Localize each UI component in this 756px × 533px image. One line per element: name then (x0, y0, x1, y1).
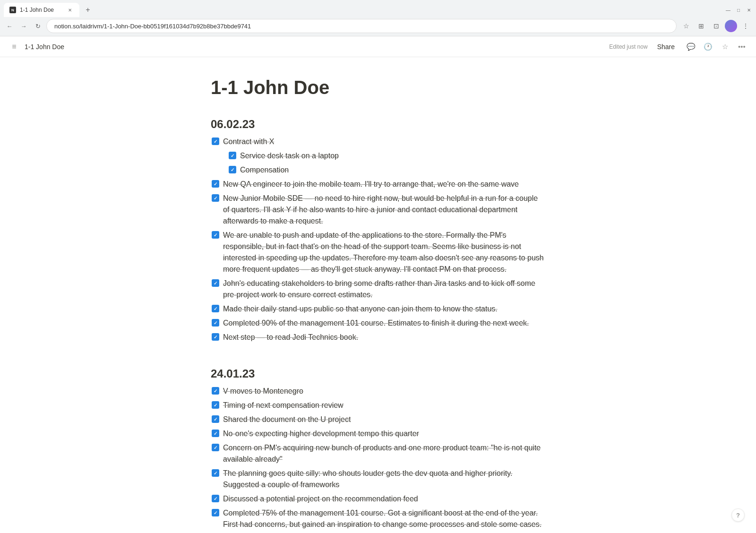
checkbox[interactable] (212, 469, 219, 477)
menu-icon: ≡ (12, 43, 16, 51)
list-item: V moves to Montenegro (211, 384, 545, 398)
add-item-button[interactable]: + (184, 137, 193, 145)
topbar-right: Edited just now Share 💬 🕐 ☆ ••• (609, 40, 748, 53)
checkbox[interactable] (212, 401, 219, 409)
browser-tab[interactable]: N 1-1 John Doe ✕ (4, 3, 79, 17)
address-bar-row: ← → ↻ notion.so/laidrivm/1-1-John-Doe-bb… (0, 17, 756, 36)
item-text: Shared the document on the U project (223, 414, 544, 425)
tab-close-button[interactable]: ✕ (66, 6, 74, 14)
notion-topbar: ≡ 1-1 John Doe Edited just now Share 💬 🕐… (0, 36, 756, 57)
tab-title: 1-1 John Doe (20, 7, 62, 13)
list-item: We are unable to push and update of the … (211, 228, 545, 276)
topbar-page-title: 1-1 John Doe (25, 43, 64, 51)
list-item: Discussed a potential project on the rec… (211, 492, 545, 506)
browser-actions: ☆ ⊞ ⊡ ⋮ (679, 19, 752, 33)
checkbox[interactable] (212, 180, 219, 188)
bookmark-star-button[interactable]: ☆ (679, 19, 693, 33)
list-item: Shared the document on the U project (211, 413, 545, 427)
checkbox[interactable] (212, 333, 219, 341)
tab-favicon: N (9, 7, 16, 13)
history-button[interactable]: 🕐 (701, 40, 714, 53)
item-text: V moves to Montenegro (223, 386, 544, 397)
list-item: Completed 90% of the management 101 cour… (211, 316, 545, 330)
list-item: New Junior Mobile SDE — no need to hire … (211, 191, 545, 228)
checkbox[interactable] (212, 444, 219, 451)
checkbox[interactable] (212, 509, 219, 516)
sections-container: 06.02.23+⠿Contract with XService desk ta… (211, 118, 545, 533)
item-text: No-one's expecting higher development te… (223, 428, 544, 439)
checkbox[interactable] (212, 194, 219, 202)
profile-avatar[interactable] (725, 20, 737, 32)
item-text: The planning goes quite silly: who shout… (223, 468, 544, 490)
checkbox[interactable] (212, 495, 219, 502)
item-text: Concern on PM's acquiring new bunch of p… (223, 442, 544, 465)
list-item: The planning goes quite silly: who shout… (211, 466, 545, 492)
item-text: Compensation (240, 164, 544, 176)
checkbox[interactable] (229, 152, 236, 159)
forward-button[interactable]: → (18, 20, 29, 32)
section-1: 24.01.23V moves to MontenegroTiming of n… (211, 367, 545, 533)
drag-handle[interactable]: ⠿ (194, 137, 202, 145)
checkbox[interactable] (212, 305, 219, 312)
help-button[interactable]: ? (731, 508, 745, 522)
refresh-button[interactable]: ↻ (32, 20, 43, 32)
page-content: 1-1 John Doe 06.02.23+⠿Contract with XSe… (165, 57, 591, 533)
checkbox[interactable] (212, 279, 219, 287)
window-controls: — □ ✕ (725, 7, 752, 13)
item-text: Contract with X (223, 136, 544, 147)
item-text: We are unable to push and update of the … (223, 230, 544, 275)
list-item: John's educating stakeholders to bring s… (211, 276, 545, 302)
list-item: +⠿Contract with X (211, 135, 545, 149)
list-item: No-one's expecting higher development te… (211, 427, 545, 441)
item-text: New QA engineer to join the mobile team.… (223, 179, 544, 190)
window-minimize-button[interactable]: — (725, 7, 731, 13)
favorite-button[interactable]: ☆ (718, 40, 731, 53)
item-text: John's educating stakeholders to bring s… (223, 278, 544, 301)
list-item: Timing of next compensation review (211, 398, 545, 413)
checkbox[interactable] (212, 387, 219, 395)
list-item: Service desk task on a laptop (228, 149, 545, 163)
item-text: Service desk task on a laptop (240, 150, 544, 162)
address-bar[interactable]: notion.so/laidrivm/1-1-John-Doe-bb0519f1… (46, 19, 677, 33)
title-bar: N 1-1 John Doe ✕ + — □ ✕ (0, 0, 756, 17)
item-text: Discussed a potential project on the rec… (223, 493, 544, 505)
page-title: 1-1 John Doe (211, 76, 545, 99)
more-icon: ••• (738, 43, 746, 51)
topbar-left: ≡ 1-1 John Doe (8, 40, 64, 53)
comment-button[interactable]: 💬 (684, 40, 697, 53)
checkbox[interactable] (212, 415, 219, 423)
list-item: Next step — to read Jedi Technics book. (211, 330, 545, 344)
checkbox[interactable] (212, 231, 219, 239)
back-button[interactable]: ← (4, 20, 15, 32)
checkbox[interactable] (212, 319, 219, 327)
checkbox[interactable] (229, 166, 236, 173)
list-item: Concern on PM's acquiring new bunch of p… (211, 441, 545, 466)
item-text: New Junior Mobile SDE — no need to hire … (223, 193, 544, 227)
item-text: Completed 90% of the management 101 cour… (223, 318, 544, 329)
checkbox[interactable] (212, 430, 219, 437)
browser-chrome: N 1-1 John Doe ✕ + — □ ✕ ← → ↻ notion.so… (0, 0, 756, 36)
checkbox[interactable] (212, 138, 219, 145)
new-tab-button[interactable]: + (81, 3, 94, 17)
sidebar-toggle-button[interactable]: ≡ (8, 40, 21, 53)
extension-button[interactable]: ⊞ (695, 19, 708, 33)
star-icon: ☆ (722, 43, 728, 51)
sidebar-button[interactable]: ⊡ (710, 19, 723, 33)
list-item: Made their daily stand-ups public so tha… (211, 302, 545, 316)
more-options-button[interactable]: ••• (735, 40, 748, 53)
notion-app: ≡ 1-1 John Doe Edited just now Share 💬 🕐… (0, 36, 756, 533)
browser-menu-button[interactable]: ⋮ (739, 19, 752, 33)
item-text: Made their daily stand-ups public so tha… (223, 303, 544, 315)
list-item: Completed 75% of the management 101 cour… (211, 506, 545, 532)
list-item: New QA engineer to join the mobile team.… (211, 177, 545, 191)
list-item: Compensation (228, 163, 545, 177)
section-heading-0: 06.02.23 (211, 118, 545, 131)
share-button[interactable]: Share (652, 41, 680, 52)
window-maximize-button[interactable]: □ (735, 7, 742, 13)
checklist-1: V moves to MontenegroTiming of next comp… (211, 384, 545, 533)
url-text: notion.so/laidrivm/1-1-John-Doe-bb0519f1… (54, 23, 251, 30)
window-close-button[interactable]: ✕ (746, 7, 752, 13)
edited-timestamp: Edited just now (609, 43, 647, 50)
comment-icon: 💬 (687, 43, 696, 51)
section-heading-1: 24.01.23 (211, 367, 545, 380)
